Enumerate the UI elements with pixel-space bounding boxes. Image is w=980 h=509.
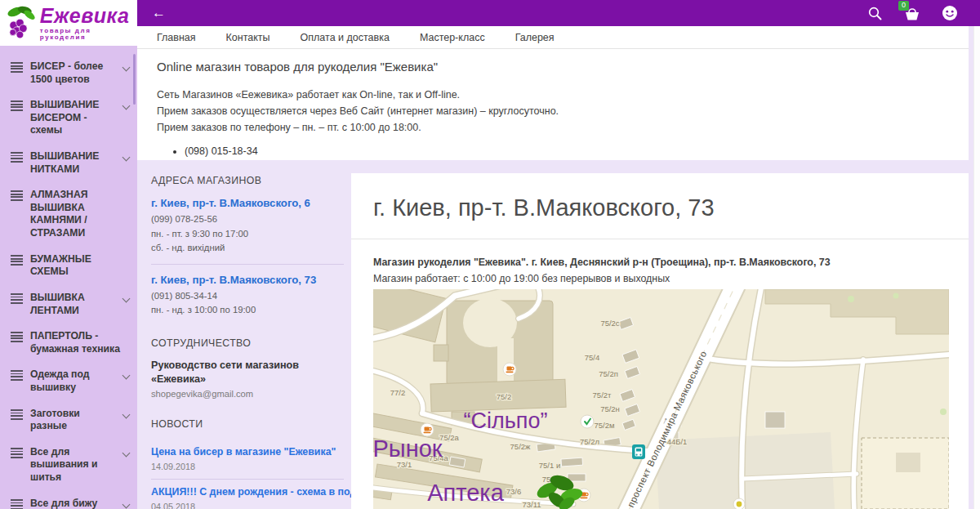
nav-home[interactable]: Главная	[157, 32, 196, 43]
news-date: 14.09.2018	[151, 462, 344, 471]
hamburger-icon	[11, 255, 23, 266]
bus-stop-icon	[632, 444, 645, 459]
news-link[interactable]: Цена на бисер в магазине "Ежевика"	[151, 446, 344, 458]
logo[interactable]: Ежевика товары для рукоделия	[0, 0, 137, 46]
store-address-line: Магазин рукоделия "Ежевика". г. Киев, Де…	[373, 257, 831, 268]
address-item: г. Киев, пр-т. В.Маяковского, 6 (099) 07…	[151, 196, 344, 256]
svg-text:75/2л: 75/2л	[580, 437, 599, 446]
svg-text:75/1 и: 75/1 и	[539, 461, 560, 470]
hamburger-icon	[11, 409, 23, 420]
hamburger-icon	[11, 332, 23, 342]
address-phone: (099) 078-25-56	[151, 212, 344, 227]
chevron-down-icon	[122, 410, 131, 418]
news-date: 04.05.2018	[151, 502, 344, 509]
cooperation-heading: СОТРУДНИЧЕСТВО	[151, 337, 344, 349]
svg-text:75/2: 75/2	[497, 392, 512, 401]
cafe-icon	[421, 423, 434, 436]
map-label-market: Рынок	[373, 435, 443, 462]
logo-title: Ежевика	[40, 6, 137, 26]
svg-text:44Б/1: 44Б/1	[667, 437, 688, 446]
cart-count-badge: 0	[898, 1, 909, 11]
news-link[interactable]: АКЦИЯ!!! С днем рождения - схема в подар…	[151, 486, 344, 498]
store-hours-line: Магазин работает: с 10:00 до 19:00 без п…	[373, 273, 670, 284]
news-heading: НОВОСТИ	[151, 418, 344, 430]
store-title: г. Киев, пр-т. В.Маяковского, 73	[373, 194, 969, 221]
hamburger-icon	[11, 100, 23, 111]
sidebar-item-clothes[interactable]: Одежда под вышивку	[0, 362, 137, 400]
intro-line: Прием заказов по телефону – пн. – пт. с …	[157, 119, 952, 136]
hamburger-icon	[11, 293, 23, 304]
svg-text:75/2т: 75/2т	[593, 391, 612, 400]
map-label-silpo: “Сільпо”	[464, 409, 548, 433]
hamburger-icon	[11, 448, 23, 458]
hamburger-icon	[11, 190, 23, 201]
shop-check-icon	[581, 415, 594, 428]
info-column: АДРЕСА МАГАЗИНОВ г. Киев, пр-т. В.Маяков…	[151, 175, 344, 509]
nav-contacts[interactable]: Контакты	[226, 32, 270, 43]
nav-master-class[interactable]: Мастер-класс	[420, 32, 485, 43]
main-nav: Главная Контакты Оплата и доставка Масте…	[137, 26, 969, 49]
svg-text:75/2а: 75/2а	[439, 433, 459, 442]
logo-tagline: товары для рукоделия	[40, 28, 137, 41]
chevron-down-icon	[122, 102, 131, 110]
cooperation-name: Руководство сети магазинов «Ежевика»	[151, 359, 344, 386]
poi-icon	[733, 498, 745, 509]
top-bar: ← 0	[137, 0, 980, 26]
chevron-down-icon	[122, 449, 131, 457]
intro-title: Online магазин товаров для рукоделия "Еж…	[157, 60, 952, 74]
chat-icon[interactable]	[941, 4, 959, 22]
chevron-down-icon	[122, 64, 131, 72]
chevron-down-icon	[122, 500, 131, 508]
svg-text:75/2м: 75/2м	[594, 421, 614, 430]
intro-line: Прием заказов осуществляется через Веб С…	[157, 103, 952, 119]
category-sidebar: БИСЕР - более 1500 цветов ВЫШИВАНИЕ БИСЕ…	[0, 46, 137, 509]
back-arrow-icon[interactable]: ←	[152, 5, 166, 21]
chevron-down-icon	[122, 154, 131, 162]
address-hours: сб. - нд. вихідний	[151, 241, 344, 256]
hamburger-icon	[11, 499, 23, 509]
blackberry-logo-icon	[5, 4, 37, 42]
sidebar-item-beads[interactable]: БИСЕР - более 1500 цветов	[0, 54, 137, 92]
store-location-map[interactable]: ← проспект Володимира Маяковського 77/2 …	[373, 289, 949, 509]
address-phone: (091) 805-34-14	[151, 289, 344, 304]
hamburger-icon	[11, 370, 23, 381]
news-item: АКЦИЯ!!! С днем рождения - схема в подар…	[151, 480, 344, 509]
address-link[interactable]: г. Киев, пр-т. В.Маяковского, 6	[151, 196, 344, 210]
cafe-icon	[503, 363, 516, 376]
svg-text:75/2с: 75/2с	[600, 319, 619, 328]
svg-text:73/11: 73/11	[522, 500, 541, 509]
cart-icon[interactable]: 0	[903, 4, 921, 22]
address-hours: пн. - нд. з 10:00 по 19:00	[151, 303, 344, 318]
sidebar-item-jewelry[interactable]: Все для бижу	[0, 491, 137, 509]
address-link[interactable]: г. Киев, пр-т. В.Маяковского, 73	[151, 273, 344, 287]
sidebar-item-ribbon-embroidery[interactable]: ВЫШИВКА ЛЕНТАМИ	[0, 285, 137, 324]
sidebar-item-thread-embroidery[interactable]: ВЫШИВАНИЕ НИТКАМИ	[0, 144, 137, 182]
page-scrollbar[interactable]	[973, 26, 980, 509]
intro-block: Online магазин товаров для рукоделия "Еж…	[137, 49, 969, 160]
divider	[151, 264, 344, 265]
svg-text:75/4: 75/4	[585, 353, 600, 362]
chevron-down-icon	[122, 372, 131, 380]
sidebar-item-paper-schemes[interactable]: БУМАЖНЫЕ СХЕМЫ	[0, 247, 137, 285]
svg-text:73/6: 73/6	[506, 487, 522, 496]
address-item: г. Киев, пр-т. В.Маяковского, 73 (091) 8…	[151, 273, 344, 318]
svg-text:75/2п: 75/2п	[599, 369, 618, 378]
chevron-down-icon	[122, 294, 131, 302]
sidebar-item-sewing[interactable]: Все для вышивания и шитья	[0, 440, 137, 491]
nav-payment-delivery[interactable]: Оплата и доставка	[301, 32, 390, 43]
sidebar-item-papertole[interactable]: ПАПЕРТОЛЬ - бумажная техника	[0, 324, 137, 362]
intro-line: Сеть Магазинов «Еежевика» работает как O…	[157, 87, 952, 103]
news-item: Цена на бисер в магазине "Ежевика" 14.09…	[151, 440, 344, 480]
svg-text:75/2н: 75/2н	[600, 404, 620, 413]
address-hours: пн. - пт. з 9:30 по 17:00	[151, 227, 344, 242]
svg-text:77/2: 77/2	[390, 388, 406, 397]
sidebar-item-bead-embroidery[interactable]: ВЫШИВАНИЕ БИСЕРОМ - схемы	[0, 92, 137, 144]
nav-gallery[interactable]: Галерея	[515, 32, 555, 43]
sidebar-item-diamond-embroidery[interactable]: АЛМАЗНАЯ ВЫШИВКА КАМНЯМИ / СТРАЗАМИ	[0, 182, 137, 246]
hamburger-icon	[11, 62, 23, 73]
cooperation-email: shopegevika@gmail.com	[151, 389, 344, 399]
search-icon[interactable]	[866, 4, 884, 22]
sidebar-item-blanks[interactable]: Заготовки разные	[0, 401, 137, 440]
sidebar-scrollbar[interactable]	[133, 54, 136, 105]
addresses-heading: АДРЕСА МАГАЗИНОВ	[151, 175, 344, 186]
